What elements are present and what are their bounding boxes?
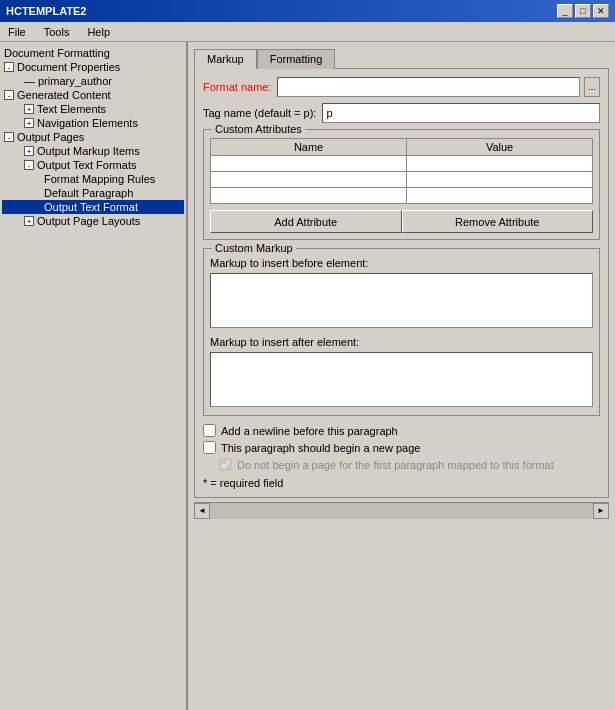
checkbox-no-first-page-label: Do not begin a page for the first paragr… [237,459,554,471]
col-value: Value [407,139,593,156]
tree-item-output-page-layouts[interactable]: + Output Page Layouts [2,214,184,228]
output-pages-label: Output Pages [17,131,84,143]
tree-item-format-mapping-rules[interactable]: Format Mapping Rules [2,172,184,186]
col-name: Name [211,139,407,156]
tree-item-generated-content[interactable]: - Generated Content [2,88,184,102]
custom-attributes-title: Custom Attributes [212,123,305,135]
window-title: HCTEMPLATE2 [6,5,86,17]
attr-empty-row-1 [211,156,593,172]
checkbox-new-page: This paragraph should begin a new page [203,441,600,454]
tree-item-document-properties[interactable]: - Document Properties [2,60,184,74]
default-paragraph-label: Default Paragraph [44,187,133,199]
checkbox-no-first-page: Do not begin a page for the first paragr… [203,458,600,471]
custom-attributes-group: Custom Attributes Name Value [203,129,600,240]
tree-item-output-text-format[interactable]: Output Text Format [2,200,184,214]
right-panel: Markup Formatting Format name: ... Tag n… [188,42,615,710]
tab-formatting[interactable]: Formatting [257,49,336,69]
attribute-buttons-row: Add Attribute Remove Attribute [210,210,593,233]
expand-icon-doc-props: - [4,62,14,72]
tree-item-default-paragraph[interactable]: Default Paragraph [2,186,184,200]
maximize-button[interactable]: □ [575,4,591,18]
add-attribute-button[interactable]: Add Attribute [210,210,402,233]
markup-after-section: Markup to insert after element: [210,336,593,409]
markup-before-label: Markup to insert before element: [210,257,593,269]
tree-item-document-formatting[interactable]: Document Formatting [2,46,184,60]
tree-item-navigation-elements[interactable]: + Navigation Elements [2,116,184,130]
attributes-table: Name Value [210,138,593,204]
tree-item-output-text-formats[interactable]: - Output Text Formats [2,158,184,172]
output-text-formats-label: Output Text Formats [37,159,136,171]
required-note: * = required field [203,477,600,489]
doc-properties-label: Document Properties [17,61,120,73]
tab-bar: Markup Formatting [194,48,609,68]
expand-icon-text-formats: - [24,160,34,170]
markup-before-section: Markup to insert before element: [210,257,593,330]
checkbox-newline-label: Add a newline before this paragraph [221,425,398,437]
scroll-track[interactable] [210,503,593,519]
remove-attribute-button[interactable]: Remove Attribute [402,210,594,233]
tag-name-row: Tag name (default = p): [203,103,600,123]
format-name-input[interactable] [277,77,580,97]
close-button[interactable]: ✕ [593,4,609,18]
tag-name-input[interactable] [322,103,600,123]
title-bar: HCTEMPLATE2 _ □ ✕ [0,0,615,22]
expand-icon-page-layouts: + [24,216,34,226]
tree-item-primary-author[interactable]: — primary_author [2,74,184,88]
checkbox-newline: Add a newline before this paragraph [203,424,600,437]
markup-after-textarea[interactable] [210,352,593,407]
format-name-row: Format name: ... [203,77,600,97]
expand-icon-gen-content: - [4,90,14,100]
checkbox-no-first-page-input[interactable] [219,458,232,471]
generated-content-label: Generated Content [17,89,111,101]
tab-content: Format name: ... Tag name (default = p):… [194,68,609,498]
primary-author-label: primary_author [38,75,112,87]
navigation-elements-label: Navigation Elements [37,117,138,129]
output-page-layouts-label: Output Page Layouts [37,215,140,227]
attr-empty-row-3 [211,188,593,204]
checkbox-new-page-input[interactable] [203,441,216,454]
checkbox-new-page-label: This paragraph should begin a new page [221,442,420,454]
format-name-label: Format name: [203,81,271,93]
menu-file[interactable]: File [4,25,30,39]
tab-markup[interactable]: Markup [194,49,257,69]
tree-item-output-pages[interactable]: - Output Pages [2,130,184,144]
expand-icon-markup-items: + [24,146,34,156]
text-elements-label: Text Elements [37,103,106,115]
menu-help[interactable]: Help [83,25,114,39]
custom-markup-title: Custom Markup [212,242,296,254]
dash-icon: — [24,75,35,87]
tree-panel: Document Formatting - Document Propertie… [0,42,188,710]
tree-item-output-markup-items[interactable]: + Output Markup Items [2,144,184,158]
markup-before-textarea[interactable] [210,273,593,328]
attr-empty-row-2 [211,172,593,188]
output-text-format-label: Output Text Format [44,201,138,213]
more-button[interactable]: ... [584,77,600,97]
tag-name-label: Tag name (default = p): [203,107,316,119]
expand-icon-text-elem: + [24,104,34,114]
bottom-scrollbar: ◄ ► [194,502,609,518]
custom-markup-group: Custom Markup Markup to insert before el… [203,248,600,416]
expand-icon-output-pages: - [4,132,14,142]
menu-bar: File Tools Help [0,22,615,42]
menu-tools[interactable]: Tools [40,25,74,39]
output-markup-items-label: Output Markup Items [37,145,140,157]
tree-item-text-elements[interactable]: + Text Elements [2,102,184,116]
expand-icon-nav-elem: + [24,118,34,128]
doc-formatting-label: Document Formatting [4,47,110,59]
scroll-right-arrow[interactable]: ► [593,503,609,519]
minimize-button[interactable]: _ [557,4,573,18]
markup-after-label: Markup to insert after element: [210,336,593,348]
format-mapping-rules-label: Format Mapping Rules [44,173,155,185]
scroll-left-arrow[interactable]: ◄ [194,503,210,519]
checkbox-newline-input[interactable] [203,424,216,437]
